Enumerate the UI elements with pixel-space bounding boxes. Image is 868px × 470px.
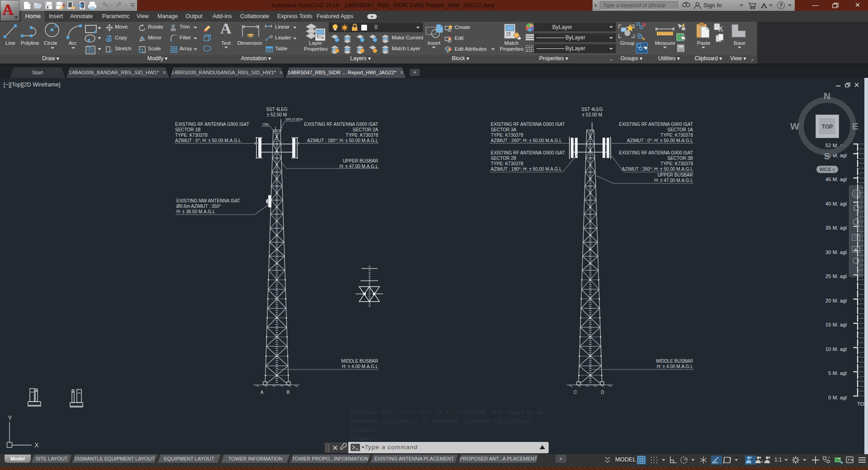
svg-text:15 M. agl: 15 M. agl [825, 322, 847, 327]
svg-text:H: ± 47.00 M.A.G.L: H: ± 47.00 M.A.G.L [339, 164, 378, 169]
svg-text:EXISTING MW ANTENNA ISAT: EXISTING MW ANTENNA ISAT [176, 198, 240, 203]
svg-text:TYPE: K730378: TYPE: K730378 [346, 133, 378, 138]
svg-text:AZIMUT : 0°; H: ± 50.00 M.A.G.: AZIMUT : 0°; H: ± 50.00 M.A.G.L [175, 138, 241, 143]
svg-text:EXISTING RF ANTENNA G900 ISAT: EXISTING RF ANTENNA G900 ISAT [491, 150, 565, 155]
svg-text:25 M. agl: 25 M. agl [825, 273, 847, 279]
svg-text:H: ± 4.00 M.A.G.L: H: ± 4.00 M.A.G.L [342, 364, 378, 369]
svg-text:Ø0.6m AZIMUT : 350°: Ø0.6m AZIMUT : 350° [176, 204, 221, 209]
svg-text:40 M. agl: 40 M. agl [825, 201, 847, 206]
svg-text:35 M. agl: 35 M. agl [825, 225, 847, 230]
svg-text:AZIMUT : 260°; H: ± 50.00 M.A.: AZIMUT : 260°; H: ± 50.00 M.A.G.L [622, 167, 693, 172]
svg-text:SST 4LEG: SST 4LEG [581, 107, 603, 112]
svg-text:Y: Y [8, 414, 12, 422]
svg-text:EXISTING RF ANTENNA G900 ISAT: EXISTING RF ANTENNA G900 ISAT [175, 122, 249, 127]
svg-text:AZIMUT : 260°; H: ± 50.00 M.A.: AZIMUT : 260°; H: ± 50.00 M.A.G.L [491, 138, 562, 143]
svg-text:EXISTING RF ANTENNA G900 ISAT: EXISTING RF ANTENNA G900 ISAT [619, 122, 693, 127]
svg-text:SECTOR 1A: SECTOR 1A [668, 127, 693, 132]
svg-text:± 52.00 M: ± 52.00 M [582, 112, 602, 117]
svg-text:SECTOR 1B: SECTOR 1B [175, 127, 201, 132]
svg-text:SST 4LEG: SST 4LEG [266, 107, 288, 112]
svg-text:AZIMUT : 180°; H: ± 50.00 M.A.: AZIMUT : 180°; H: ± 50.00 M.A.G.L [307, 138, 379, 143]
svg-text:SECTOR 2B: SECTOR 2B [491, 156, 517, 161]
svg-text:MIDDLE BUSBAR: MIDDLE BUSBAR [656, 359, 693, 364]
svg-text:H: ± 38.50 M.A.G.L: H: ± 38.50 M.A.G.L [176, 209, 215, 214]
svg-text:X: X [34, 441, 39, 449]
svg-text:5 M. agl: 5 M. agl [828, 370, 847, 376]
svg-text:30 M. agl: 30 M. agl [825, 249, 847, 255]
svg-text:0 M. agl: 0 M. agl [828, 395, 847, 400]
svg-text:B: B [287, 390, 290, 395]
svg-text:TYPE: K730378: TYPE: K730378 [660, 133, 693, 138]
svg-text:H: ± 47.00 M.A.G.L: H: ± 47.00 M.A.G.L [654, 178, 693, 183]
svg-text:± 52.00 M: ± 52.00 M [267, 112, 287, 117]
svg-text:45 M. agl: 45 M. agl [825, 177, 847, 182]
svg-text:OBL: OBL [262, 122, 270, 126]
svg-text:10 M. agl: 10 M. agl [825, 346, 847, 352]
svg-text:EXISTING RF ANTENNA G900 ISAT: EXISTING RF ANTENNA G900 ISAT [304, 122, 378, 127]
svg-text:MIDDLE BUSBAR: MIDDLE BUSBAR [341, 359, 378, 364]
svg-text:20 M. agl: 20 M. agl [825, 298, 847, 303]
svg-text:SECTOR 3B: SECTOR 3B [668, 156, 693, 161]
svg-text:H: ± 4.00 M.A.G.L: H: ± 4.00 M.A.G.L [657, 364, 693, 369]
svg-text:TYPE: K730378: TYPE: K730378 [491, 161, 523, 166]
svg-text:SPLITZEN: SPLITZEN [285, 117, 303, 121]
svg-text:EXISTING RF ANTENNA G900 ISAT: EXISTING RF ANTENNA G900 ISAT [619, 150, 693, 155]
svg-text:UPPER BUSBAR: UPPER BUSBAR [658, 173, 693, 177]
svg-text:A: A [261, 390, 264, 395]
svg-text:TYPE: K730378: TYPE: K730378 [660, 161, 693, 166]
svg-text:EXISTING RF ANTENNA G900 ISAT: EXISTING RF ANTENNA G900 ISAT [491, 122, 565, 127]
svg-text:C: C [574, 390, 577, 395]
svg-text:SECTOR 3A: SECTOR 3A [491, 127, 517, 132]
svg-text:D: D [601, 390, 604, 395]
svg-text:TYPE: K730378: TYPE: K730378 [491, 133, 523, 138]
svg-text:AZIMUT : 0°; H: ± 50.00 M.A.G.: AZIMUT : 0°; H: ± 50.00 M.A.G.L [627, 138, 693, 143]
svg-text:UPPER BUSBAR: UPPER BUSBAR [343, 158, 378, 163]
svg-text:SECTOR 2A: SECTOR 2A [353, 127, 379, 132]
svg-text:AZIMUT : 180°; H: ± 50.00 M.A.: AZIMUT : 180°; H: ± 50.00 M.A.G.L [491, 167, 562, 172]
svg-text:TO: TO [857, 401, 864, 407]
svg-text:TYPE: K730378: TYPE: K730378 [175, 133, 208, 138]
